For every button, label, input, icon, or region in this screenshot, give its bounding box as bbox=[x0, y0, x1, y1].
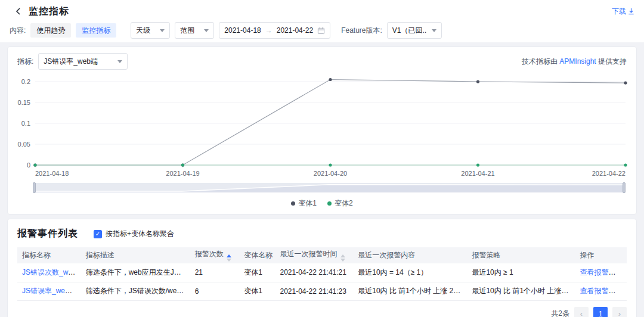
date-start: 2021-04-18 bbox=[224, 26, 261, 35]
calendar-icon bbox=[317, 27, 325, 35]
provider-note: 技术指标由 APMInsight 提供支持 bbox=[522, 57, 627, 67]
download-button[interactable]: 下载 bbox=[612, 7, 634, 17]
metric-name-link[interactable]: JS错误率_web端 bbox=[22, 287, 76, 295]
svg-text:0.05: 0.05 bbox=[18, 141, 30, 148]
metric-select[interactable]: JS错误率_web端 bbox=[38, 53, 128, 70]
download-icon bbox=[628, 8, 634, 15]
aggregate-checkbox[interactable]: ✓ bbox=[94, 230, 102, 238]
feature-version-select[interactable]: V1（已回... bbox=[387, 22, 442, 39]
svg-text:2021-04-22: 2021-04-22 bbox=[592, 170, 626, 177]
tab-monitor-metrics[interactable]: 监控指标 bbox=[76, 23, 116, 38]
brush-right-handle[interactable] bbox=[623, 182, 626, 193]
chevron-down-icon bbox=[432, 29, 436, 32]
col-actions: 操作 bbox=[575, 247, 627, 263]
table-row: JS错误率_web端 筛选条件下，JS错误次数/web... 6 变体1 202… bbox=[17, 282, 627, 300]
back-icon[interactable] bbox=[13, 6, 24, 17]
table-row: JS错误次数_web端 筛选条件下，web应用发生JS错... 21 变体1 2… bbox=[17, 263, 627, 282]
download-label: 下载 bbox=[612, 7, 626, 17]
tab-usage-trend[interactable]: 使用趋势 bbox=[30, 23, 71, 38]
feature-version-label: Feature版本: bbox=[341, 26, 382, 36]
policy-cell: 最近10内 比 前1个小时 上涨 1% bbox=[467, 282, 575, 300]
alarm-table: 指标名称 指标描述 报警次数 变体名称 最近一次报警时间 最近一次报警内容 报警… bbox=[17, 247, 627, 301]
last-time-cell: 2021-04-22 21:41:21 bbox=[275, 263, 354, 282]
trend-chart-svg: 00.050.10.150.22021-04-182021-04-192021-… bbox=[17, 71, 628, 181]
chart-zoom-brush[interactable] bbox=[34, 183, 624, 192]
date-separator: → bbox=[265, 26, 273, 35]
chevron-down-icon bbox=[204, 29, 209, 32]
range-select[interactable]: 范围 bbox=[175, 22, 214, 39]
policy-cell: 最近10内 ≥ 1 bbox=[467, 263, 575, 282]
col-alarm-policy: 报警策略 bbox=[467, 247, 575, 263]
metric-label: 指标: bbox=[17, 57, 33, 67]
chevron-down-icon bbox=[117, 60, 122, 63]
alarm-event-card: 报警事件列表 ✓ 按指标+变体名称聚合 指标名称 指标描述 报警次数 变体名称 … bbox=[7, 219, 637, 317]
date-end: 2021-04-22 bbox=[277, 26, 313, 35]
metric-desc-cell: 筛选条件下，web应用发生JS错... bbox=[81, 263, 190, 282]
top-bar: 监控指标 下载 内容: 使用趋势 监控指标 天级 范围 2021-04-18 →… bbox=[0, 0, 644, 42]
page-1-button[interactable]: 1 bbox=[593, 307, 608, 317]
brush-left-handle[interactable] bbox=[33, 182, 36, 193]
svg-text:0.2: 0.2 bbox=[21, 78, 30, 85]
svg-text:0: 0 bbox=[27, 161, 30, 169]
total-count: 共2条 bbox=[551, 309, 569, 317]
last-time-cell: 2021-04-22 21:41:23 bbox=[275, 282, 354, 300]
aggregate-checkbox-label: 按指标+变体名称聚合 bbox=[106, 229, 174, 239]
next-page-button[interactable]: › bbox=[612, 307, 627, 317]
metric-desc-cell: 筛选条件下，JS错误次数/web... bbox=[81, 282, 190, 300]
col-metric-name: 指标名称 bbox=[17, 247, 81, 263]
chart-legend: 变体1 变体2 bbox=[17, 198, 627, 208]
alarm-count-cell: 6 bbox=[190, 282, 239, 300]
last-content-cell: 最近10内 = 14（≥ 1） bbox=[353, 263, 467, 282]
svg-text:2021-04-20: 2021-04-20 bbox=[314, 170, 347, 177]
view-alarm-rules-link[interactable]: 查看报警规则 bbox=[580, 287, 623, 295]
page-title: 监控指标 bbox=[29, 5, 69, 18]
alarm-section-title: 报警事件列表 bbox=[17, 228, 78, 240]
chevron-down-icon bbox=[160, 29, 165, 32]
trend-chart-card: 指标: JS错误率_web端 技术指标由 APMInsight 提供支持 00.… bbox=[7, 46, 637, 215]
filter-bar: 内容: 使用趋势 监控指标 天级 范围 2021-04-18 → 2021-04… bbox=[10, 22, 634, 39]
svg-text:0.1: 0.1 bbox=[21, 120, 30, 127]
col-alarm-count: 报警次数 bbox=[190, 247, 239, 263]
aggregate-checkbox-group[interactable]: ✓ 按指标+变体名称聚合 bbox=[94, 229, 174, 239]
last-content-cell: 最近10内 比 前1个小时 上涨 23... bbox=[353, 282, 467, 300]
alarm-count-cell: 21 bbox=[190, 263, 239, 282]
pagination: 共2条 ‹ 1 › bbox=[17, 307, 627, 317]
svg-text:2021-04-19: 2021-04-19 bbox=[166, 170, 199, 177]
svg-text:2021-04-18: 2021-04-18 bbox=[35, 170, 69, 177]
prev-page-button[interactable]: ‹ bbox=[574, 307, 589, 317]
legend-item-variant1[interactable]: 变体1 bbox=[291, 198, 317, 209]
date-range-picker[interactable]: 2021-04-18 → 2021-04-22 bbox=[219, 22, 330, 39]
content-label: 内容: bbox=[10, 26, 26, 36]
col-metric-desc: 指标描述 bbox=[81, 247, 190, 263]
view-alarm-rules-link[interactable]: 查看报警规则 bbox=[580, 268, 623, 276]
variant-cell: 变体1 bbox=[239, 282, 275, 300]
granularity-select[interactable]: 天级 bbox=[131, 22, 170, 39]
legend-dot bbox=[327, 201, 332, 206]
legend-dot bbox=[291, 201, 295, 206]
legend-item-variant2[interactable]: 变体2 bbox=[327, 198, 353, 209]
table-header-row: 指标名称 指标描述 报警次数 变体名称 最近一次报警时间 最近一次报警内容 报警… bbox=[17, 247, 627, 263]
sort-icon[interactable] bbox=[340, 254, 345, 262]
apminsight-link[interactable]: APMInsight bbox=[559, 57, 596, 66]
variant-cell: 变体1 bbox=[239, 263, 275, 282]
col-last-alarm-content: 最近一次报警内容 bbox=[353, 247, 467, 263]
metric-name-link[interactable]: JS错误次数_web端 bbox=[22, 268, 81, 276]
svg-text:2021-04-21: 2021-04-21 bbox=[461, 170, 494, 177]
sort-icon[interactable] bbox=[227, 254, 231, 262]
col-last-alarm-time: 最近一次报警时间 bbox=[275, 247, 354, 263]
svg-text:0.15: 0.15 bbox=[18, 99, 30, 106]
col-variant-name: 变体名称 bbox=[239, 247, 275, 263]
brush-svg bbox=[34, 183, 624, 192]
